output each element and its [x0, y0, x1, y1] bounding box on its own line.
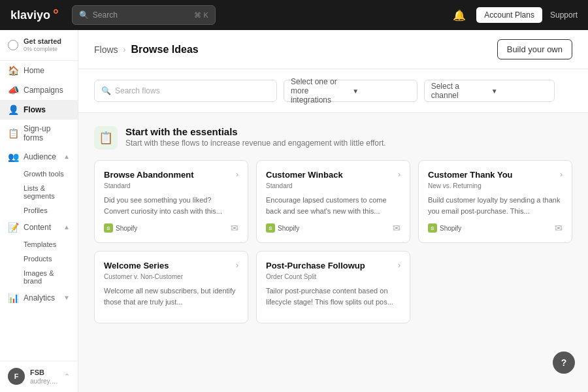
- shopify-badge: SShopify: [104, 223, 137, 233]
- logo-dot: °: [53, 8, 59, 22]
- signup-forms-icon: 📋: [8, 128, 18, 139]
- sidebar-item-label: Analytics: [24, 293, 55, 302]
- top-nav: klaviyo° 🔍 ⌘ K 🔔 Account Plans Support: [0, 0, 588, 30]
- sidebar-item-profiles[interactable]: Profiles: [0, 203, 78, 218]
- support-link[interactable]: Support: [550, 10, 578, 20]
- shopify-label: Shopify: [278, 225, 299, 232]
- sidebar-footer[interactable]: F FSB audrey.rawnic... ⌃: [0, 361, 78, 392]
- sidebar-item-signup-forms[interactable]: 📋 Sign-up forms: [0, 120, 78, 147]
- channel-filter-label: Select a channel: [431, 82, 487, 100]
- breadcrumb-separator: ›: [123, 45, 126, 54]
- card-chevron-icon: ›: [560, 170, 563, 179]
- sidebar-item-label: Audience: [24, 152, 56, 161]
- card-desc: Tailor post-purchase content based on li…: [266, 286, 400, 307]
- card-tag: Customer v. Non-Customer: [104, 273, 238, 280]
- integrations-filter[interactable]: Select one or more integrations ▼: [284, 80, 417, 102]
- sidebar-item-campaigns[interactable]: 📣 Campaigns: [0, 80, 78, 100]
- sidebar-item-analytics[interactable]: 📊 Analytics ▼: [0, 288, 78, 308]
- card-desc: Encourage lapsed customers to come back …: [266, 195, 400, 216]
- sidebar-item-templates[interactable]: Templates: [0, 237, 78, 252]
- flow-card[interactable]: Customer Winback › Standard Encourage la…: [256, 160, 410, 243]
- channel-filter[interactable]: Select a channel ▼: [424, 80, 555, 102]
- search-icon: 🔍: [101, 86, 111, 95]
- card-desc: Build customer loyalty by sending a than…: [428, 195, 563, 216]
- flow-card[interactable]: Browse Abandonment › Standard Did you se…: [94, 160, 248, 243]
- build-own-button[interactable]: Build your own: [497, 39, 572, 59]
- flow-search-wrap[interactable]: 🔍: [94, 80, 277, 102]
- page-header: Flows › Browse Ideas Build your own: [78, 30, 588, 69]
- shopify-badge: SShopify: [428, 223, 461, 233]
- flow-card[interactable]: Post-Purchase Followup › Order Count Spl…: [256, 251, 410, 323]
- card-desc: Did you see something you liked? Convert…: [104, 195, 238, 216]
- sidebar-item-home[interactable]: 🏠 Home: [0, 61, 78, 80]
- shopify-logo: S: [266, 223, 275, 233]
- help-button[interactable]: ?: [553, 351, 575, 374]
- chevron-up-icon: ▲: [63, 223, 70, 231]
- sidebar: Get started 0% complete 🏠 Home 📣 Campaig…: [0, 30, 78, 392]
- sidebar-item-images-brand[interactable]: Images & brand: [0, 266, 78, 288]
- sidebar-item-products[interactable]: Products: [0, 252, 78, 266]
- breadcrumb: Flows › Browse Ideas: [94, 44, 497, 56]
- home-icon: 🏠: [8, 65, 18, 76]
- chevron-down-icon: ▼: [491, 88, 547, 95]
- content-icon: 📝: [8, 222, 18, 233]
- sidebar-item-label: Sign-up forms: [24, 124, 70, 142]
- cards-grid: Browse Abandonment › Standard Did you se…: [94, 160, 572, 323]
- section-header: 📋 Start with the essentials Start with t…: [94, 126, 572, 150]
- card-title: Browse Abandonment: [104, 170, 193, 180]
- sidebar-get-started[interactable]: Get started 0% complete: [0, 30, 78, 61]
- sidebar-item-growth-tools[interactable]: Growth tools: [0, 167, 78, 181]
- integrations-filter-label: Select one or more integrations: [291, 77, 348, 105]
- card-tag: Order Count Split: [266, 273, 400, 280]
- chevron-down-icon: ▼: [63, 294, 70, 301]
- email-icon: ✉: [393, 223, 400, 233]
- avatar: F: [8, 368, 25, 385]
- section-icon: 📋: [94, 126, 118, 150]
- sidebar-item-flows[interactable]: 👤 Flows: [0, 100, 78, 120]
- sidebar-item-label: Flows: [24, 105, 46, 114]
- logo-text: klaviyo: [10, 8, 50, 22]
- sidebar-item-label: Content: [24, 223, 51, 232]
- get-started-title: Get started: [24, 37, 61, 46]
- shopify-badge: SShopify: [266, 223, 299, 233]
- footer-name: FSB: [30, 368, 59, 377]
- get-started-subtitle: 0% complete: [24, 46, 61, 54]
- section-title: Start with the essentials: [125, 126, 386, 137]
- sidebar-item-lists-segments[interactable]: Lists & segments: [0, 181, 78, 203]
- section-subtitle: Start with these flows to increase reven…: [125, 139, 386, 148]
- chevron-down-icon: ▼: [352, 88, 410, 95]
- card-title: Customer Winback: [266, 170, 343, 180]
- search-shortcut: ⌘ K: [194, 11, 208, 20]
- breadcrumb-parent[interactable]: Flows: [94, 44, 118, 55]
- search-input[interactable]: [93, 10, 171, 20]
- shopify-label: Shopify: [440, 225, 461, 232]
- card-chevron-icon: ›: [236, 261, 238, 270]
- flow-search-input[interactable]: [115, 86, 270, 95]
- sidebar-item-label: Campaigns: [24, 86, 63, 95]
- sidebar-item-content[interactable]: 📝 Content ▲: [0, 218, 78, 237]
- main-content: Flows › Browse Ideas Build your own 🔍 Se…: [78, 30, 588, 392]
- card-title: Customer Thank You: [428, 170, 513, 180]
- card-chevron-icon: ›: [236, 170, 238, 179]
- card-tag: Standard: [104, 182, 238, 189]
- progress-circle: [8, 40, 18, 50]
- search-icon: 🔍: [79, 10, 89, 20]
- account-plans-button[interactable]: Account Plans: [476, 7, 542, 23]
- flows-icon: 👤: [8, 105, 18, 115]
- flow-card[interactable]: Customer Thank You › New vs. Returning B…: [418, 160, 572, 243]
- logo: klaviyo°: [10, 8, 59, 22]
- global-search[interactable]: 🔍 ⌘ K: [72, 5, 216, 25]
- audience-icon: 👥: [8, 152, 18, 162]
- shopify-label: Shopify: [116, 225, 137, 232]
- card-tag: New vs. Returning: [428, 182, 563, 189]
- email-icon: ✉: [231, 223, 238, 233]
- email-icon: ✉: [555, 223, 563, 233]
- footer-chevron-icon[interactable]: ⌃: [64, 372, 70, 381]
- breadcrumb-current: Browse Ideas: [131, 44, 199, 56]
- notifications-bell[interactable]: 🔔: [450, 7, 468, 24]
- flow-card[interactable]: Welcome Series › Customer v. Non-Custome…: [94, 251, 248, 323]
- card-title: Post-Purchase Followup: [266, 261, 365, 270]
- footer-user-info: FSB audrey.rawnic...: [30, 368, 59, 385]
- sidebar-item-audience[interactable]: 👥 Audience ▲: [0, 147, 78, 167]
- card-tag: Standard: [266, 182, 400, 189]
